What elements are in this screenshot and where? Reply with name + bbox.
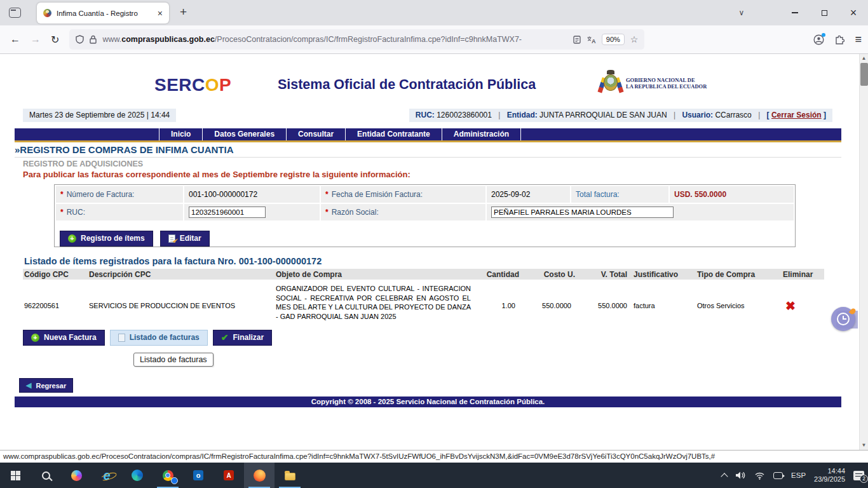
header-v-total: V. Total (576, 270, 628, 279)
tab-list-chevron-icon[interactable]: ∨ (727, 0, 756, 25)
gov-text-line2: LA REPUBLICA DEL ECUADOR (626, 83, 707, 90)
translate-icon[interactable]: A (587, 36, 596, 44)
fecha-emision-value: 2025-09-02 (487, 186, 570, 203)
page-footer: Copyright © 2008 - 2025 Servicio Naciona… (15, 396, 841, 407)
ruc-label-cell: *RUC: (56, 204, 183, 220)
screen-time-widget[interactable] (831, 307, 858, 332)
notification-center-icon[interactable]: 2 (853, 471, 864, 480)
firefox-view-icon[interactable] (9, 8, 21, 18)
taskbar-edge-button[interactable] (122, 463, 153, 488)
windows-icon (11, 471, 20, 480)
session-usuario-label: Usuario: (682, 111, 713, 119)
account-icon[interactable] (813, 34, 824, 45)
taskbar-outlook-button[interactable]: o (183, 463, 214, 488)
reader-view-icon[interactable] (573, 36, 581, 44)
new-tab-button[interactable]: + (180, 5, 187, 19)
registro-items-label: Registro de ítems (81, 234, 145, 243)
section-heading-row: »REGISTRO DE COMPRAS DE INFIMA CUANTIA (15, 144, 841, 158)
page-title: Sistema Oficial de Contratación Pública (229, 77, 585, 93)
browser-tab[interactable]: Infima Cuantía - Registro × (37, 3, 169, 24)
system-tray: ESP 14:44 23/9/2025 2 (722, 463, 864, 488)
session-usuario-value: CCarrasco (715, 111, 751, 119)
regresar-button[interactable]: ◀ Regresar (19, 378, 73, 393)
cell-codigo-cpc: 962200561 (23, 302, 86, 309)
start-button[interactable] (0, 463, 31, 488)
close-button[interactable]: × (839, 0, 868, 25)
logout-link[interactable]: Cerrar Sesión (771, 111, 822, 119)
taskbar-acrobat-button[interactable]: A (214, 463, 244, 488)
wifi-icon[interactable] (754, 471, 765, 480)
razon-social-input[interactable] (491, 207, 674, 218)
taskbar-copilot-button[interactable] (61, 463, 92, 488)
language-indicator[interactable]: ESP (791, 471, 806, 479)
session-ruc-label: RUC: (416, 111, 435, 119)
registro-items-button[interactable]: + Registro de ítems (60, 231, 153, 247)
plus-icon: + (68, 234, 76, 243)
items-table-header: Código CPC Descripción CPC Objeto de Com… (23, 269, 824, 280)
forward-icon[interactable]: → (31, 34, 41, 45)
lock-icon[interactable] (90, 35, 97, 44)
finalizar-button[interactable]: ✔ Finalizar (213, 330, 272, 346)
tray-expand-icon[interactable] (721, 473, 728, 480)
bottom-action-buttons: + Nueva Factura Listado de facturas ✔ Fi… (23, 330, 272, 346)
extensions-icon[interactable] (834, 35, 844, 45)
taskbar-ie-button[interactable]: e (92, 463, 122, 488)
edit-icon (168, 234, 175, 243)
url-path: /ProcesoContratacion/compras/IC/frmRegis… (215, 35, 522, 44)
nav-item-datos-generales[interactable]: Datos Generales (203, 128, 287, 140)
shield-icon[interactable] (76, 35, 84, 44)
volume-icon[interactable] (735, 471, 746, 480)
page-content: SERCOP Sistema Oficial de Contratación P… (0, 54, 868, 450)
listado-facturas-button[interactable]: Listado de facturas (110, 330, 208, 346)
session-entidad-value: JUNTA PARROQUIAL DE SAN JUAN (539, 111, 667, 119)
menu-icon[interactable]: ≡ (855, 33, 862, 46)
tab-close-icon[interactable]: × (158, 9, 163, 18)
nav-item-entidad-contratante[interactable]: Entidad Contratante (346, 128, 442, 140)
header-justificativo: Justificativo (628, 270, 692, 279)
taskbar-firefox-button[interactable] (244, 463, 275, 488)
taskbar-clock[interactable]: 14:44 23/9/2025 (814, 467, 845, 484)
taskbar-search-button[interactable] (31, 463, 61, 488)
minimize-button[interactable] (780, 0, 810, 25)
scroll-down-icon[interactable]: ▼ (860, 441, 868, 450)
ruc-input[interactable] (189, 207, 266, 218)
back-icon[interactable]: ← (10, 34, 20, 45)
url-text[interactable]: www.compraspublicas.gob.ec/ProcesoContra… (102, 35, 567, 44)
nav-item-consultar[interactable]: Consultar (287, 128, 346, 140)
chrome-profile-badge (171, 477, 178, 484)
taskbar-chrome-button[interactable] (153, 463, 183, 488)
delete-item-icon[interactable]: ✖ (778, 300, 824, 312)
taskbar-time: 14:44 (814, 467, 845, 475)
instruction-text: Para publicar las facturas correspondien… (23, 170, 410, 179)
edge-icon (132, 470, 143, 481)
search-icon (42, 471, 50, 480)
listado-facturas-tooltip: Listado de facturas (133, 353, 214, 367)
nav-item-administracion[interactable]: Administración (442, 128, 521, 140)
editar-button[interactable]: Editar (160, 231, 210, 247)
invoice-form: *Número de Factura: 001-100-000000172 *F… (54, 184, 796, 247)
reload-icon[interactable]: ↻ (51, 34, 59, 46)
scroll-up-icon[interactable]: ▲ (860, 54, 868, 63)
section-heading: »REGISTRO DE COMPRAS DE INFIMA CUANTIA (15, 144, 233, 155)
restore-button[interactable] (810, 0, 839, 25)
numero-factura-value: 001-100-000000172 (184, 186, 320, 203)
bookmark-star-icon[interactable]: ☆ (630, 34, 639, 44)
status-bar: www.compraspublicas.gob.ec/ProcesoContra… (0, 450, 868, 463)
notification-badge: 2 (860, 475, 868, 483)
ruc-input-cell (184, 204, 320, 220)
cell-costo-u: 550.0000 (520, 302, 576, 309)
scrollbar-thumb[interactable] (860, 63, 868, 86)
cell-objeto-compra: ORGANIZADOR DEL EVENTO CULTURAL - INTEGR… (274, 283, 473, 321)
razon-social-input-cell (487, 204, 794, 220)
tray-cast-icon[interactable] (773, 472, 783, 479)
nueva-factura-button[interactable]: + Nueva Factura (23, 330, 105, 346)
zoom-level-badge[interactable]: 90% (602, 34, 625, 45)
acrobat-icon: A (224, 470, 234, 480)
nav-item-inicio[interactable]: Inicio (159, 128, 203, 140)
taskbar-explorer-button[interactable] (275, 463, 305, 488)
header-eliminar: Eliminar (778, 270, 824, 279)
page-scrollbar[interactable]: ▲ ▼ (859, 54, 868, 450)
address-bar[interactable]: www.compraspublicas.gob.ec/ProcesoContra… (69, 29, 644, 50)
session-ruc-value: 1260023860001 (437, 111, 492, 119)
taskbar: e o A ESP 14:44 23/9/2025 2 (0, 463, 868, 488)
